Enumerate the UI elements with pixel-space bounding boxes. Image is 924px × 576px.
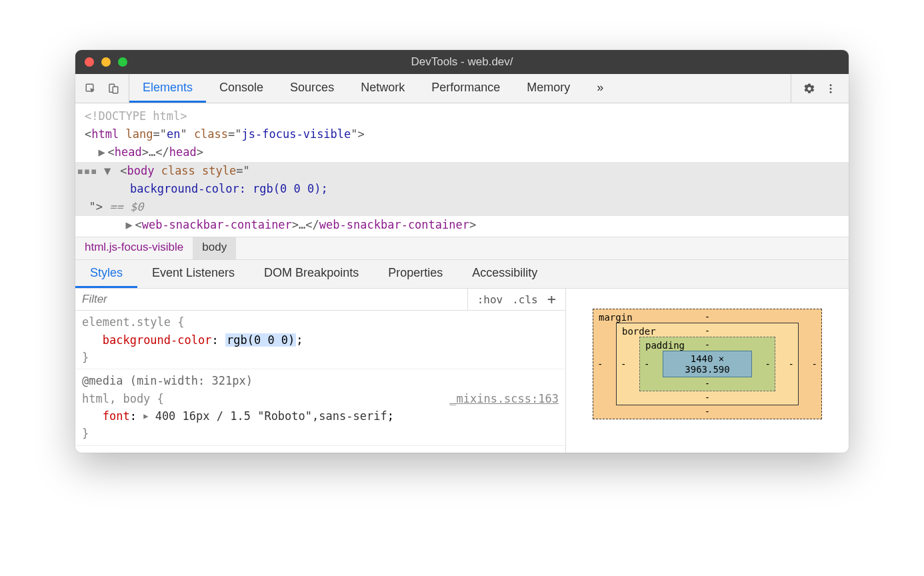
- box-model-border[interactable]: border - - - - padding - - - - 1440 × 39…: [616, 323, 799, 405]
- tab-console[interactable]: Console: [206, 74, 277, 103]
- close-window-button[interactable]: [85, 57, 94, 67]
- subtab-dom-breakpoints[interactable]: DOM Breakpoints: [249, 260, 373, 288]
- window-titlebar: DevTools - web.dev/: [75, 50, 849, 74]
- toolbar-left-tools: [75, 74, 129, 103]
- main-toolbar: Elements Console Sources Network Perform…: [75, 74, 849, 103]
- tab-performance[interactable]: Performance: [418, 74, 513, 103]
- svg-point-5: [830, 91, 832, 93]
- dom-html-line[interactable]: <html lang="en" class="js-focus-visible"…: [75, 125, 849, 143]
- box-model-margin[interactable]: margin - - - - border - - - - padding -: [593, 309, 822, 419]
- svg-point-3: [830, 84, 832, 86]
- styles-filter-row: :hov .cls +: [75, 289, 565, 311]
- source-link[interactable]: _mixins.scss:163: [449, 390, 559, 407]
- dom-tree-panel[interactable]: <!DOCTYPE html> <html lang="en" class="j…: [75, 103, 849, 237]
- dom-snackbar-line[interactable]: ▶<web-snackbar-container>…</web-snackbar…: [75, 216, 849, 234]
- new-style-rule-button[interactable]: +: [547, 292, 556, 307]
- subtab-event-listeners[interactable]: Event Listeners: [137, 260, 249, 288]
- settings-gear-icon[interactable]: [803, 83, 815, 95]
- styles-filter-input[interactable]: [75, 289, 467, 310]
- tab-network[interactable]: Network: [347, 74, 418, 103]
- collapse-triangle-icon[interactable]: ▼: [104, 162, 113, 180]
- svg-rect-2: [113, 87, 118, 93]
- hov-toggle[interactable]: :hov: [477, 293, 503, 306]
- subtab-properties[interactable]: Properties: [373, 260, 457, 288]
- subtab-styles[interactable]: Styles: [75, 260, 137, 288]
- highlighted-value[interactable]: rgb(0 0 0): [225, 333, 296, 347]
- styles-subtabs: Styles Event Listeners DOM Breakpoints P…: [75, 259, 849, 289]
- devtools-window: DevTools - web.dev/ Elements Console Sou…: [75, 50, 849, 453]
- styles-lower-pane: :hov .cls + element.style { background-c…: [75, 289, 849, 453]
- styles-rules-column: :hov .cls + element.style { background-c…: [75, 289, 565, 453]
- minimize-window-button[interactable]: [101, 57, 111, 67]
- tab-elements[interactable]: Elements: [129, 74, 206, 103]
- expand-triangle-icon[interactable]: ▶: [98, 143, 107, 161]
- box-model-column: margin - - - - border - - - - padding -: [565, 289, 849, 453]
- crumb-html[interactable]: html.js-focus-visible: [75, 237, 193, 259]
- dom-head-line[interactable]: ▶<head>…</head>: [75, 143, 849, 161]
- dom-body-close[interactable]: "> == $0: [75, 198, 849, 216]
- panel-tabs: Elements Console Sources Network Perform…: [129, 74, 791, 103]
- box-model-padding[interactable]: padding - - - - 1440 × 3963.590: [639, 337, 775, 391]
- box-model-diagram[interactable]: margin - - - - border - - - - padding -: [593, 309, 822, 419]
- box-model-content[interactable]: 1440 × 3963.590: [663, 351, 752, 377]
- inspect-element-icon[interactable]: [85, 83, 97, 95]
- zoom-window-button[interactable]: [118, 57, 127, 67]
- style-rule-media[interactable]: @media (min-width: 321px) html, body {_m…: [75, 369, 565, 445]
- toolbar-right: [791, 74, 849, 103]
- window-title: DevTools - web.dev/: [75, 55, 849, 69]
- traffic-lights: [75, 57, 127, 67]
- subtab-accessibility[interactable]: Accessibility: [457, 260, 552, 288]
- tabs-overflow-button[interactable]: »: [583, 74, 617, 103]
- cls-toggle[interactable]: .cls: [512, 293, 538, 306]
- tab-memory[interactable]: Memory: [513, 74, 583, 103]
- svg-point-4: [830, 87, 832, 89]
- crumb-body[interactable]: body: [193, 237, 236, 259]
- style-rule-element[interactable]: element.style { background-color: rgb(0 …: [75, 311, 565, 369]
- expand-shorthand-icon[interactable]: ▶: [143, 410, 148, 423]
- device-toolbar-icon[interactable]: [107, 83, 119, 95]
- kebab-menu-icon[interactable]: [825, 83, 837, 95]
- expand-triangle-icon[interactable]: ▶: [125, 216, 135, 234]
- dom-breadcrumb: html.js-focus-visible body: [75, 237, 849, 259]
- dom-body-style-value[interactable]: background-color: rgb(0 0 0);: [75, 180, 849, 198]
- dom-doctype-line[interactable]: <!DOCTYPE html>: [75, 107, 849, 125]
- dom-body-line-selected[interactable]: ▪▪▪ ▼ <body class style=": [75, 162, 849, 180]
- tab-sources[interactable]: Sources: [277, 74, 347, 103]
